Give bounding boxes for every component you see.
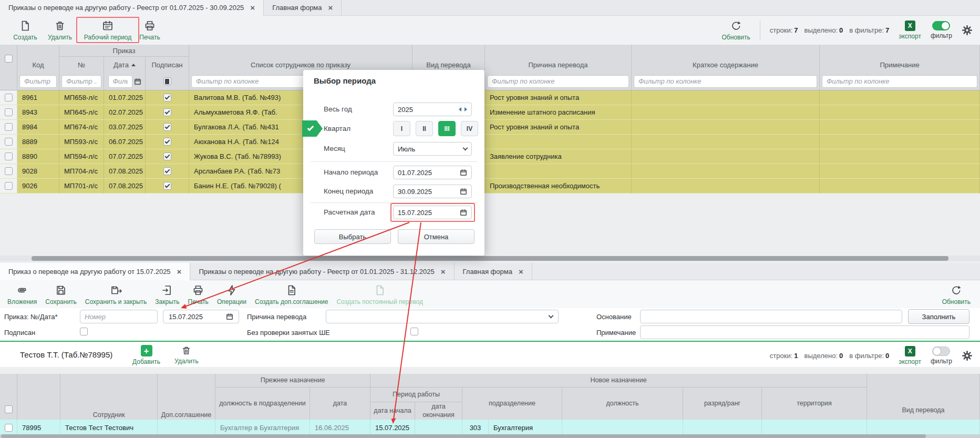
calendar-icon[interactable] <box>134 78 141 85</box>
cell-signed[interactable] <box>146 179 189 193</box>
quarter-2-button[interactable]: II <box>416 121 433 136</box>
add-row-button[interactable]: + Добавить <box>132 345 160 365</box>
cell-signed[interactable] <box>146 90 189 105</box>
col-header-employees[interactable]: Список сотрудников по приказу <box>189 45 412 73</box>
create-agreement-button[interactable]: Создать доп.соглашение <box>255 284 328 305</box>
col-header-prev-date[interactable]: дата <box>310 388 370 420</box>
cell-date[interactable]: 02.07.2025 <box>104 105 146 120</box>
filter-input-summary[interactable] <box>634 75 817 88</box>
cell-signed[interactable] <box>146 135 189 149</box>
col-header-transfer-type[interactable]: Вид перевода <box>412 45 485 73</box>
cell-summary[interactable] <box>632 120 820 135</box>
print-order-button[interactable]: Печать <box>188 284 209 305</box>
cell-num[interactable]: МП658-л/с <box>59 90 104 105</box>
close-icon[interactable]: × <box>328 3 333 12</box>
transfer-reason-select[interactable] <box>326 310 559 323</box>
calendar-icon[interactable] <box>460 169 467 176</box>
cell-code[interactable]: 9026 <box>17 179 59 193</box>
cell-code[interactable]: 8889 <box>17 135 59 149</box>
cell-summary[interactable] <box>632 179 820 193</box>
signed-checkbox-checked[interactable] <box>163 108 171 116</box>
cell-date[interactable]: 07.08.2025 <box>104 164 146 179</box>
close-button[interactable]: Закрыть <box>155 284 179 305</box>
filter-toggle[interactable]: фильтр <box>931 347 952 365</box>
col-header-note[interactable]: Примечание <box>820 45 980 73</box>
cell-note[interactable] <box>820 90 980 105</box>
prev-year-icon[interactable] <box>459 107 461 111</box>
cell-signed[interactable] <box>146 105 189 120</box>
cell-date[interactable]: 07.08.2025 <box>104 179 146 193</box>
signed-checkbox-checked[interactable] <box>163 138 171 146</box>
delete-row-button[interactable]: Удалить <box>174 345 199 365</box>
cell-num[interactable]: МП645-л/с <box>59 105 104 120</box>
tab-main-form-bottom[interactable]: Главная форма × <box>455 263 532 280</box>
row-checkbox[interactable] <box>5 123 13 131</box>
row-checkbox[interactable] <box>5 424 13 432</box>
tab-transfer-order[interactable]: Приказ о переводе на другую работу от 15… <box>0 263 190 280</box>
cell-num[interactable]: МП593-л/с <box>59 135 104 149</box>
cell-reason[interactable] <box>485 164 632 179</box>
select-button[interactable]: Выбрать <box>314 229 391 244</box>
refresh-button[interactable]: Обновить <box>721 19 750 41</box>
next-year-icon[interactable] <box>465 107 467 111</box>
quarter-1-button[interactable]: I <box>393 121 410 136</box>
row-checkbox-cell[interactable] <box>0 105 17 120</box>
tab-registry-q3[interactable]: Приказы о переводе на другую работу - Ре… <box>0 0 264 16</box>
note-input[interactable] <box>640 325 969 339</box>
signed-checkbox-checked[interactable] <box>163 152 171 160</box>
signed-checkbox[interactable] <box>80 328 88 335</box>
filter-signed-indeterminate[interactable] <box>163 77 171 85</box>
cell-date[interactable]: 01.07.2025 <box>104 90 146 105</box>
order-date-input[interactable]: 15.07.2025 <box>163 310 239 323</box>
col-header-date[interactable]: Дата <box>104 57 146 73</box>
cell-summary[interactable] <box>632 105 820 120</box>
quarter-3-button[interactable]: III <box>438 121 456 136</box>
col-header-territory[interactable]: территория <box>762 388 867 420</box>
export-button[interactable]: X экспорт <box>899 346 921 365</box>
filter-input-date[interactable] <box>108 75 132 88</box>
cell-note[interactable] <box>820 120 980 135</box>
cancel-button[interactable]: Отмена <box>398 229 474 244</box>
cell-summary[interactable] <box>632 149 820 164</box>
create-button[interactable]: Создать <box>12 19 38 41</box>
cell-reason[interactable] <box>485 135 632 149</box>
export-button[interactable]: X экспорт <box>899 21 921 40</box>
cell-note[interactable] <box>820 164 980 179</box>
work-period-button[interactable]: Рабочий период <box>81 19 134 41</box>
settings-gear-icon[interactable] <box>962 25 973 36</box>
row-checkbox[interactable] <box>5 108 13 116</box>
cell-summary[interactable] <box>632 90 820 105</box>
col-header-start-date[interactable]: дата начала <box>370 402 415 420</box>
filter-input-code[interactable] <box>19 75 57 88</box>
calendar-icon[interactable] <box>226 313 233 320</box>
tab-registry-year[interactable]: Приказы о переводе на другую работу - Ре… <box>190 263 454 280</box>
cell-code[interactable]: 8890 <box>17 149 59 164</box>
cell-num[interactable]: МП594-л/с <box>59 149 104 164</box>
close-icon[interactable]: × <box>441 267 446 276</box>
top-horizontal-scrollbar[interactable] <box>0 256 980 261</box>
cell-code[interactable]: 9028 <box>17 164 59 179</box>
cell-note[interactable] <box>820 105 980 120</box>
col-header-employee[interactable]: Сотрудник <box>60 374 158 420</box>
cell-code[interactable]: 8984 <box>17 120 59 135</box>
row-checkbox-cell[interactable] <box>0 149 17 164</box>
no-check-checkbox[interactable] <box>410 328 418 335</box>
col-header-transfer-type[interactable]: Вид перевода <box>867 374 980 420</box>
filter-input-reason[interactable] <box>487 75 629 88</box>
col-header-grade[interactable]: разряд/ранг <box>683 388 762 420</box>
col-header-summary[interactable]: Краткое содержание <box>632 45 820 73</box>
toggle-on[interactable] <box>932 21 950 30</box>
cell-note[interactable] <box>820 179 980 193</box>
toggle-off[interactable] <box>932 347 950 356</box>
row-checkbox-cell[interactable] <box>0 164 17 179</box>
col-header-end-date[interactable]: дата окончания <box>415 402 462 420</box>
settings-gear-icon[interactable] <box>962 350 973 361</box>
operations-button[interactable]: Операции <box>217 284 246 305</box>
attachments-button[interactable]: Вложения <box>7 284 37 305</box>
calc-date-input[interactable]: 15.07.2025 <box>393 206 472 219</box>
order-number-input[interactable] <box>80 310 158 323</box>
calendar-icon[interactable] <box>460 188 467 195</box>
row-checkbox-cell[interactable] <box>0 120 17 135</box>
row-checkbox[interactable] <box>5 94 13 101</box>
cell-reason[interactable]: Рост уровня знаний и опыта <box>485 120 632 135</box>
